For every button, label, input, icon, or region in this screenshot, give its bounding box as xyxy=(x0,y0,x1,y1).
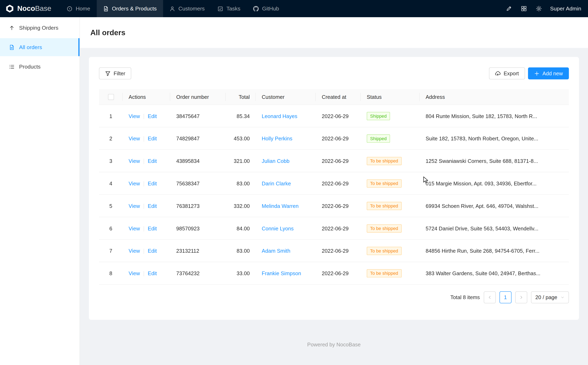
created-at-cell: 2022-06-29 xyxy=(316,105,361,127)
column-header-order-number: Order number xyxy=(170,89,226,105)
view-link[interactable]: View xyxy=(129,225,140,231)
nav-item-tasks[interactable]: Tasks xyxy=(211,0,247,17)
prev-page-button[interactable] xyxy=(484,292,496,304)
customer-cell: Julian Cobb xyxy=(256,150,316,172)
divider xyxy=(144,114,144,119)
sidebar-item-all-orders[interactable]: All orders xyxy=(0,38,80,56)
order-number-cell: 76381273 xyxy=(170,195,226,217)
sidebar: Shipping Orders All orders Products xyxy=(0,17,80,365)
view-link[interactable]: View xyxy=(129,113,140,119)
sidebar-item-products[interactable]: Products xyxy=(0,58,80,76)
edit-link[interactable]: Edit xyxy=(148,135,157,141)
customer-cell: Leonard Hayes xyxy=(256,105,316,127)
edit-link[interactable]: Edit xyxy=(148,181,157,186)
nocobase-logo-icon xyxy=(5,4,14,13)
powered-by-footer: Powered by NocoBase xyxy=(89,342,579,348)
divider xyxy=(144,249,144,254)
export-button[interactable]: Export xyxy=(489,67,525,79)
table-row: 2 ViewEdit 74829847 453.00 Holly Perkins… xyxy=(99,127,569,150)
gear-icon xyxy=(536,6,542,11)
status-badge: To be shipped xyxy=(367,179,402,187)
status-cell: To be shipped xyxy=(361,239,420,262)
total-cell: 453.00 xyxy=(226,127,256,150)
status-cell: Shipped xyxy=(361,105,420,127)
view-link[interactable]: View xyxy=(129,270,140,276)
status-badge: To be shipped xyxy=(367,157,402,165)
edit-link[interactable]: Edit xyxy=(148,158,157,164)
column-header-status: Status xyxy=(361,89,420,105)
page-header: All orders xyxy=(80,17,588,48)
view-link[interactable]: View xyxy=(129,203,140,209)
chevron-right-icon xyxy=(519,295,523,300)
nav-item-customers[interactable]: Customers xyxy=(163,0,211,17)
customer-link[interactable]: Julian Cobb xyxy=(262,158,290,164)
order-number-cell: 98570923 xyxy=(170,217,226,239)
ui-editor-button[interactable] xyxy=(501,0,516,17)
customer-link[interactable]: Frankie Simpson xyxy=(262,270,301,276)
created-at-cell: 2022-06-29 xyxy=(316,127,361,150)
divider xyxy=(144,181,144,187)
total-cell: 332.00 xyxy=(226,195,256,217)
view-link[interactable]: View xyxy=(129,135,140,141)
nav-item-orders-products[interactable]: Orders & Products xyxy=(96,0,163,17)
customer-link[interactable]: Melinda Warren xyxy=(262,203,299,209)
customer-link[interactable]: Holly Perkins xyxy=(262,135,293,141)
created-at-cell: 2022-06-29 xyxy=(316,172,361,195)
customer-link[interactable]: Leonard Hayes xyxy=(262,113,298,119)
sidebar-item-shipping-orders[interactable]: Shipping Orders xyxy=(0,19,80,37)
edit-link[interactable]: Edit xyxy=(148,225,157,231)
column-header-customer: Customer xyxy=(256,89,316,105)
column-header-address: Address xyxy=(420,89,569,105)
row-index: 8 xyxy=(99,262,123,285)
nav-item-home[interactable]: Home xyxy=(60,0,96,17)
status-badge: To be shipped xyxy=(367,269,402,277)
status-badge: To be shipped xyxy=(367,224,402,232)
select-all-header xyxy=(99,89,123,105)
status-cell: To be shipped xyxy=(361,262,420,285)
settings-button[interactable] xyxy=(531,0,546,17)
actions-cell: ViewEdit xyxy=(123,195,170,217)
total-cell: 85.34 xyxy=(226,105,256,127)
row-index: 2 xyxy=(99,127,123,150)
customer-cell: Connie Lyons xyxy=(256,217,316,239)
table-header-row: Actions Order number Total Customer Crea… xyxy=(99,89,569,105)
user-menu[interactable]: Super Admin xyxy=(550,6,581,11)
page-number-button[interactable]: 1 xyxy=(499,292,511,304)
edit-link[interactable]: Edit xyxy=(148,203,157,209)
top-navbar: NocoBase Home Orders & Products Customer… xyxy=(0,0,588,17)
edit-link[interactable]: Edit xyxy=(148,270,157,276)
add-new-button[interactable]: Add new xyxy=(528,67,569,79)
edit-link[interactable]: Edit xyxy=(148,248,157,254)
nocobase-logo[interactable]: NocoBase xyxy=(0,0,60,17)
column-header-created-at: Created at xyxy=(316,89,361,105)
row-index: 4 xyxy=(99,172,123,195)
select-all-checkbox[interactable] xyxy=(108,94,114,100)
edit-link[interactable]: Edit xyxy=(148,113,157,119)
view-link[interactable]: View xyxy=(129,248,140,254)
plus-icon xyxy=(534,70,539,76)
actions-cell: ViewEdit xyxy=(123,217,170,239)
filter-button[interactable]: Filter xyxy=(99,67,131,79)
created-at-cell: 2022-06-29 xyxy=(316,239,361,262)
order-number-cell: 43895834 xyxy=(170,150,226,172)
plugins-button[interactable] xyxy=(516,0,531,17)
page-size-select[interactable]: 20 / page xyxy=(531,292,569,304)
chevron-left-icon xyxy=(487,295,492,300)
plugin-blocks-icon xyxy=(521,6,527,11)
next-page-button[interactable] xyxy=(515,292,527,304)
status-cell: To be shipped xyxy=(361,217,420,239)
actions-cell: ViewEdit xyxy=(123,239,170,262)
customer-link[interactable]: Darin Clarke xyxy=(262,181,291,186)
nav-item-github[interactable]: GitHub xyxy=(247,0,285,17)
unordered-list-icon xyxy=(9,64,15,69)
order-number-cell: 74829847 xyxy=(170,127,226,150)
customer-cell: Melinda Warren xyxy=(256,195,316,217)
customer-cell: Adam Smith xyxy=(256,239,316,262)
customer-link[interactable]: Connie Lyons xyxy=(262,225,294,232)
view-link[interactable]: View xyxy=(129,181,140,186)
toolbar-right-group: Export Add new xyxy=(489,67,569,79)
customer-link[interactable]: Adam Smith xyxy=(262,248,290,254)
status-badge: Shipped xyxy=(367,112,390,120)
row-index: 6 xyxy=(99,217,123,239)
view-link[interactable]: View xyxy=(129,158,140,164)
